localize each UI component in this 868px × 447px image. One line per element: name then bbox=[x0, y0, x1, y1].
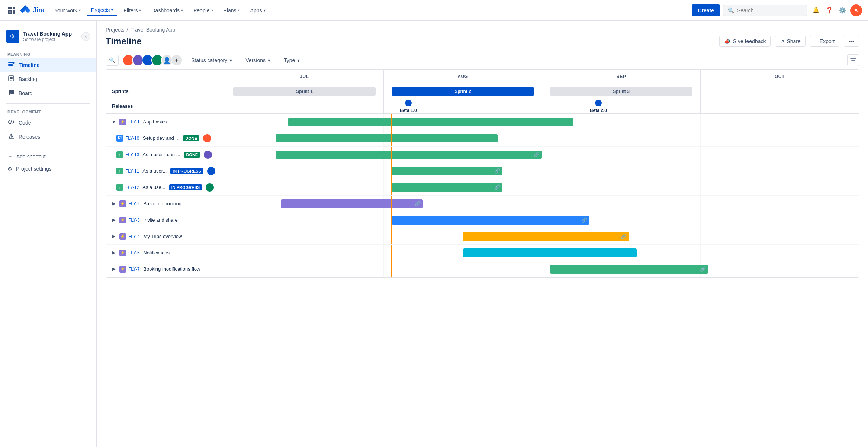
fly7-key[interactable]: FLY-7 bbox=[128, 267, 140, 272]
sidebar-item-code[interactable]: Code bbox=[0, 116, 96, 130]
release-cell-2: Beta 1.0 bbox=[383, 99, 542, 113]
help-button[interactable]: ❓ bbox=[823, 4, 835, 16]
fly5-label: ▶ ⚡ FLY-5 Notifications bbox=[106, 245, 225, 261]
versions-filter[interactable]: Versions ▾ bbox=[241, 55, 275, 66]
filter-settings-button[interactable] bbox=[847, 54, 859, 66]
fly10-bar[interactable] bbox=[276, 134, 497, 142]
fly12-bar[interactable]: 🔗 bbox=[392, 183, 502, 192]
svg-point-22 bbox=[11, 137, 12, 138]
project-settings-button[interactable]: ⚙ Project settings bbox=[0, 163, 96, 175]
fly3-expand[interactable]: ▶ bbox=[110, 217, 117, 224]
fly5-bar[interactable] bbox=[463, 248, 637, 257]
fly12-label: ↑ FLY-12 As a use... IN PROGRESS bbox=[106, 179, 225, 195]
fly13-key[interactable]: FLY-13 bbox=[125, 152, 139, 157]
fly11-label: ↑ FLY-11 As a user... IN PROGRESS bbox=[106, 163, 225, 179]
fly5-expand[interactable]: ▶ bbox=[110, 250, 117, 256]
fly10-col1 bbox=[225, 130, 383, 146]
fly11-title: As a user... bbox=[141, 168, 167, 174]
projects-nav[interactable]: Projects ▾ bbox=[87, 5, 117, 16]
fly4-key[interactable]: FLY-4 bbox=[128, 234, 140, 239]
fly4-expand[interactable]: ▶ bbox=[110, 233, 117, 240]
type-filter[interactable]: Type ▾ bbox=[279, 55, 305, 66]
fly12-key[interactable]: FLY-12 bbox=[125, 185, 139, 190]
svg-rect-6 bbox=[8, 12, 10, 14]
share-button[interactable]: ↗ Share bbox=[775, 36, 805, 47]
topnav-actions: 🔔 ❓ ⚙️ A bbox=[810, 4, 862, 16]
your-work-nav[interactable]: Your work ▾ bbox=[51, 5, 84, 16]
fly1-expand[interactable]: ▼ bbox=[110, 119, 117, 125]
releases-track: Beta 1.0 Beta 2.0 bbox=[225, 99, 859, 113]
fly5-key[interactable]: FLY-5 bbox=[128, 250, 140, 255]
sidebar-item-timeline[interactable]: Timeline bbox=[0, 58, 96, 72]
add-shortcut-button[interactable]: ＋ Add shortcut bbox=[0, 150, 96, 163]
breadcrumb-app-link[interactable]: Travel Booking App bbox=[130, 27, 175, 33]
fly12-gantt: 🔗 bbox=[225, 179, 859, 195]
filter-search[interactable]: 🔍 bbox=[106, 55, 119, 66]
beta-2-release[interactable]: Beta 2.0 bbox=[590, 100, 607, 113]
fly3-bar[interactable]: 🔗 bbox=[392, 216, 589, 225]
create-button[interactable]: Create bbox=[692, 4, 720, 16]
sidebar-item-board[interactable]: Board bbox=[0, 86, 96, 100]
sidebar-divider-1 bbox=[6, 103, 90, 104]
issue-row-fly11: ↑ FLY-11 As a user... IN PROGRESS 🔗 bbox=[106, 163, 859, 179]
settings-button[interactable]: ⚙️ bbox=[837, 4, 849, 16]
breadcrumb-projects-link[interactable]: Projects bbox=[106, 27, 125, 33]
sidebar-item-backlog[interactable]: Backlog bbox=[0, 72, 96, 86]
give-feedback-button[interactable]: 📣 Give feedback bbox=[719, 36, 771, 47]
beta-1-circle bbox=[405, 100, 412, 106]
sidebar-item-releases[interactable]: Releases bbox=[0, 130, 96, 144]
month-aug: AUG bbox=[383, 70, 542, 84]
dashboards-nav[interactable]: Dashboards ▾ bbox=[148, 5, 187, 16]
dashboards-chevron: ▾ bbox=[181, 8, 183, 12]
sidebar-collapse-button[interactable]: ‹ bbox=[81, 32, 90, 41]
jira-logo[interactable]: Jira bbox=[19, 4, 45, 16]
people-chevron: ▾ bbox=[211, 8, 213, 12]
people-nav[interactable]: People ▾ bbox=[190, 5, 217, 16]
page-title-row: Timeline 📣 Give feedback ↗ Share ↑ Expor… bbox=[106, 36, 859, 47]
search-box[interactable]: 🔍 bbox=[723, 5, 807, 16]
release-cell-4 bbox=[700, 99, 859, 113]
fly2-expand[interactable]: ▶ bbox=[110, 200, 117, 207]
fly11-type-icon: ↑ bbox=[116, 168, 123, 174]
fly1-bar[interactable] bbox=[288, 118, 573, 126]
project-name: Travel Booking App bbox=[23, 31, 72, 37]
fly11-col3 bbox=[542, 163, 700, 179]
releases-label: Releases bbox=[106, 99, 225, 113]
more-button[interactable]: ••• bbox=[844, 36, 859, 47]
code-icon bbox=[7, 119, 15, 127]
fly12-col3 bbox=[542, 179, 700, 195]
notifications-button[interactable]: 🔔 bbox=[810, 4, 822, 16]
apps-nav[interactable]: Apps ▾ bbox=[247, 5, 269, 16]
fly11-bar[interactable]: 🔗 bbox=[392, 167, 502, 175]
search-input[interactable] bbox=[737, 7, 802, 13]
fly2-bar[interactable]: 🔗 bbox=[281, 199, 423, 208]
fly3-key[interactable]: FLY-3 bbox=[128, 218, 140, 223]
fly13-col4 bbox=[700, 147, 859, 163]
add-shortcut-icon: ＋ bbox=[7, 153, 13, 160]
filter-avatar-add[interactable]: + bbox=[171, 54, 183, 66]
sprint-1-bar[interactable]: Sprint 1 bbox=[233, 87, 376, 96]
fly10-key[interactable]: FLY-10 bbox=[125, 136, 139, 141]
user-avatar[interactable]: A bbox=[850, 4, 862, 16]
fly7-expand[interactable]: ▶ bbox=[110, 266, 117, 273]
fly7-col2 bbox=[383, 261, 542, 277]
export-button[interactable]: ↑ Export bbox=[810, 36, 839, 47]
fly1-key[interactable]: FLY-1 bbox=[128, 119, 140, 125]
plans-nav[interactable]: Plans ▾ bbox=[220, 5, 244, 16]
release-cell-3: Beta 2.0 bbox=[542, 99, 700, 113]
fly7-gantt: 🔗 bbox=[225, 261, 859, 277]
plans-chevron: ▾ bbox=[238, 8, 240, 12]
fly13-type-icon: ↑ bbox=[116, 151, 123, 158]
filters-nav[interactable]: Filters ▾ bbox=[120, 5, 145, 16]
fly4-bar[interactable]: 🔗 bbox=[463, 232, 629, 241]
fly2-key[interactable]: FLY-2 bbox=[128, 201, 140, 206]
fly11-key[interactable]: FLY-11 bbox=[125, 168, 139, 174]
beta-1-release[interactable]: Beta 1.0 bbox=[400, 100, 417, 113]
status-category-filter[interactable]: Status category ▾ bbox=[186, 55, 237, 66]
sprint-3-bar[interactable]: Sprint 3 bbox=[550, 87, 692, 96]
add-shortcut-label: Add shortcut bbox=[16, 154, 46, 160]
fly13-bar[interactable]: 🔗 bbox=[276, 151, 542, 159]
grid-icon[interactable] bbox=[6, 5, 16, 16]
fly7-bar[interactable]: 🔗 bbox=[550, 265, 708, 274]
sprint-2-bar[interactable]: Sprint 2 bbox=[392, 87, 534, 96]
